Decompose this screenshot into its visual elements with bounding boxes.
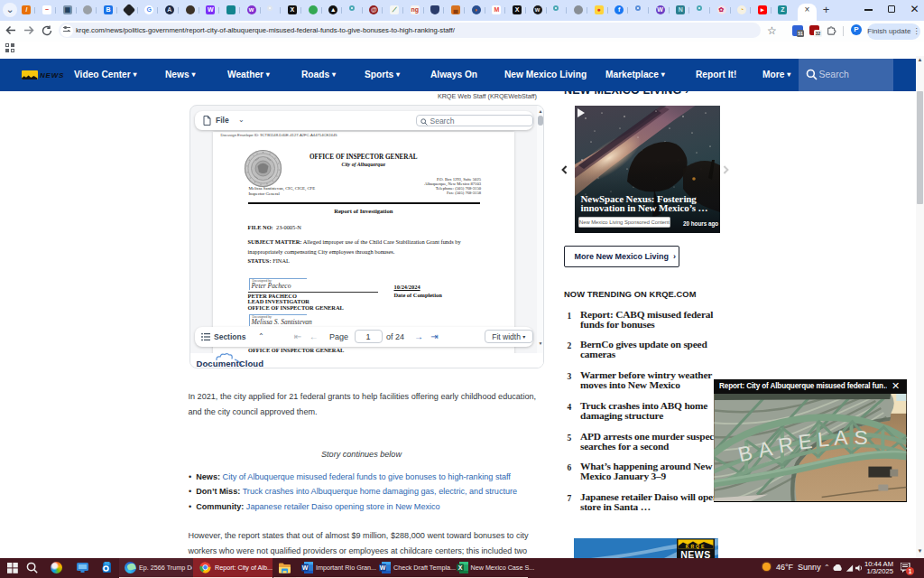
svg-text:E: E <box>797 429 813 454</box>
svg-text:A: A <box>834 425 849 450</box>
svg-text:W: W <box>380 564 386 571</box>
svg-text:KRQE: KRQE <box>23 78 36 79</box>
svg-text:S: S <box>855 424 868 448</box>
svg-text:L: L <box>817 426 830 451</box>
svg-text:NEWS: NEWS <box>680 549 711 559</box>
svg-text:X: X <box>457 564 462 571</box>
svg-text:W: W <box>302 564 309 571</box>
